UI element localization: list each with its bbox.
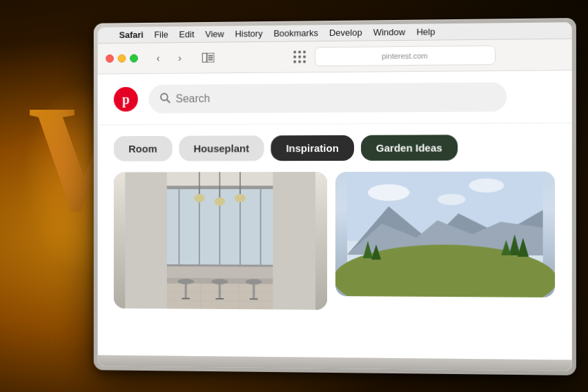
image-grid (98, 171, 572, 360)
svg-point-44 (368, 184, 409, 201)
svg-rect-41 (273, 172, 315, 310)
monitor-screen: Safari File Edit View History Bookmarks … (98, 22, 572, 371)
logo-letter: p (122, 91, 130, 107)
grid-col-right (335, 171, 555, 360)
monitor-frame: Safari File Edit View History Bookmarks … (94, 18, 576, 375)
svg-line-6 (167, 99, 170, 102)
svg-point-46 (438, 194, 466, 205)
kitchen-image (114, 172, 327, 310)
menu-file[interactable]: File (154, 30, 168, 40)
back-button[interactable]: ‹ (148, 48, 167, 68)
topic-houseplant[interactable]: Houseplant (179, 135, 264, 161)
pin-card-outdoor[interactable] (335, 171, 555, 297)
sidebar-toggle[interactable] (197, 48, 219, 68)
pinterest-logo: p (114, 87, 138, 112)
outdoor-image (335, 171, 555, 297)
minimize-button[interactable] (118, 55, 126, 63)
search-icon (159, 92, 170, 106)
topic-garden-ideas[interactable]: Garden Ideas (361, 135, 458, 161)
maximize-button[interactable] (130, 55, 138, 63)
svg-rect-50 (347, 268, 543, 297)
search-placeholder: Search (176, 92, 210, 105)
menu-edit[interactable]: Edit (179, 29, 195, 39)
address-bar[interactable]: pinterest.com (315, 46, 496, 66)
outdoor-svg (335, 171, 555, 297)
topic-inspiration[interactable]: Inspiration (271, 135, 354, 161)
topics-bar: Room Houseplant Inspiration Garden Ideas (98, 123, 572, 172)
svg-rect-40 (125, 172, 166, 308)
kitchen-svg (114, 172, 327, 310)
menu-history[interactable]: History (235, 28, 263, 39)
toolbar: ‹ › (98, 39, 572, 74)
traffic-lights (106, 55, 138, 63)
sidebar-icon (202, 53, 215, 63)
address-text: pinterest.com (382, 52, 428, 61)
svg-point-45 (469, 179, 504, 193)
content-area: p Search Room (98, 70, 572, 360)
forward-icon: › (178, 52, 182, 63)
search-bar[interactable]: Search (148, 82, 507, 113)
topic-room[interactable]: Room (114, 136, 172, 161)
grid-dots-icon (293, 50, 306, 63)
app-name: Safari (119, 30, 144, 40)
close-button[interactable] (106, 55, 114, 63)
monitor: Safari File Edit View History Bookmarks … (94, 18, 576, 375)
nav-buttons: ‹ › (148, 48, 189, 68)
menu-bookmarks[interactable]: Bookmarks (273, 28, 318, 39)
pinterest-header: p Search (98, 70, 572, 125)
menu-develop[interactable]: Develop (329, 28, 362, 39)
menu-view[interactable]: View (205, 29, 224, 39)
menu-help[interactable]: Help (416, 26, 435, 37)
svg-point-19 (214, 197, 225, 206)
back-icon: ‹ (157, 52, 160, 63)
svg-point-17 (194, 194, 205, 202)
menu-window[interactable]: Window (373, 27, 406, 38)
forward-button[interactable]: › (170, 48, 189, 68)
svg-rect-0 (202, 53, 207, 63)
grid-col-left (114, 172, 327, 357)
tab-overview-button[interactable] (290, 47, 309, 66)
browser-chrome: ‹ › (98, 39, 572, 75)
pin-card-kitchen[interactable] (114, 172, 327, 310)
svg-point-21 (235, 194, 246, 202)
